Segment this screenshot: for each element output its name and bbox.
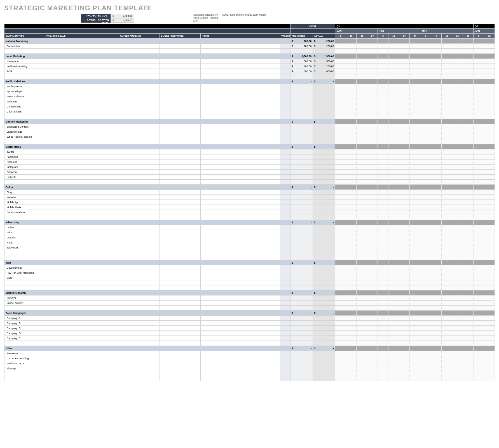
item-name[interactable]: Webinars [4, 99, 45, 104]
item-name[interactable]: POP [4, 69, 45, 74]
item-name[interactable]: Business Cards [4, 361, 45, 366]
item-name[interactable]: Website [4, 195, 45, 200]
marketing-table[interactable]: COSTQ1Q2JANFEBMARAPRCAMPAIGN TYPEPROJECT… [4, 24, 495, 381]
section-header[interactable]: Local Marketing [4, 54, 280, 59]
item-name[interactable]: Campaign B [4, 321, 45, 326]
item-name[interactable] [4, 306, 45, 311]
item-name[interactable]: Pinterest [4, 160, 45, 165]
section-header[interactable]: Public Relations [4, 79, 280, 84]
item-name[interactable] [4, 139, 45, 144]
section-header[interactable]: Sales Campaigns [4, 311, 280, 316]
item-name[interactable]: Client Events [4, 109, 45, 114]
item-name[interactable] [4, 74, 45, 79]
item-name[interactable]: Newspaper [4, 59, 45, 64]
item-name[interactable]: Campaign C [4, 326, 45, 331]
section-header[interactable]: Market Research [4, 290, 280, 295]
item-name[interactable]: Surveys [4, 295, 45, 301]
item-name[interactable]: Landing Page [4, 129, 45, 134]
item-name[interactable]: LinkedIn [4, 175, 45, 180]
item-name[interactable] [4, 250, 45, 255]
item-name[interactable]: Email Newsletter [4, 210, 45, 215]
actual-cost-value[interactable]: $1,500.00 [111, 18, 134, 23]
item-name[interactable] [4, 376, 45, 381]
item-name[interactable] [4, 341, 45, 346]
item-name[interactable]: SEO [4, 275, 45, 280]
projected-cost-value[interactable]: $1,700.00 [111, 14, 134, 18]
page-title: STRATEGIC MARKETING PLAN TEMPLATE [4, 4, 495, 12]
actual-cost-label: ACTUAL COST TO DATE [81, 18, 111, 23]
item-name[interactable]: Campaign D [4, 331, 45, 336]
item-name[interactable] [4, 280, 45, 285]
item-name[interactable]: Campaign E [4, 336, 45, 341]
item-name[interactable] [4, 371, 45, 376]
item-name[interactable]: Print [4, 230, 45, 235]
section-header[interactable]: National Marketing [4, 39, 280, 44]
item-name[interactable] [4, 285, 45, 290]
item-name[interactable]: Mobile Alerts [4, 205, 45, 210]
section-header[interactable]: Social Media [4, 144, 280, 149]
item-name[interactable] [4, 215, 45, 220]
item-name[interactable]: Sponsorships [4, 89, 45, 94]
subtotal-note: Subtotals calculate on each Section Head… [193, 13, 221, 23]
item-name[interactable]: Instagram [4, 165, 45, 170]
section-header[interactable]: Other [4, 346, 280, 351]
item-name[interactable]: Press Releases [4, 94, 45, 99]
item-name[interactable] [4, 49, 45, 54]
item-name[interactable]: Twitter [4, 149, 45, 154]
item-name[interactable]: Signage [4, 366, 45, 371]
item-name[interactable]: Outdoor [4, 235, 45, 240]
item-name[interactable]: Banner Ads [4, 44, 45, 49]
item-name[interactable]: Premiums [4, 351, 45, 356]
item-name[interactable] [4, 180, 45, 185]
item-name[interactable]: Campaign A [4, 316, 45, 321]
item-name[interactable] [4, 255, 45, 260]
item-name[interactable]: White Papers / eBooks [4, 134, 45, 139]
section-header[interactable]: Online [4, 185, 280, 190]
section-header[interactable]: Content Marketing [4, 119, 280, 124]
item-name[interactable]: Snapchat [4, 170, 45, 175]
item-name[interactable]: Impact Studies [4, 301, 45, 306]
item-name[interactable]: Development [4, 265, 45, 270]
item-name[interactable]: Sponsored Content [4, 124, 45, 129]
item-name[interactable]: Radio [4, 240, 45, 245]
item-name[interactable]: Blog [4, 190, 45, 195]
section-header[interactable]: Web [4, 260, 280, 265]
item-name[interactable]: Television [4, 245, 45, 250]
section-header[interactable]: Advertising [4, 220, 280, 225]
item-name[interactable]: Conferences [4, 104, 45, 109]
item-name[interactable]: Corporate Branding [4, 356, 45, 361]
item-name[interactable]: Online [4, 225, 45, 230]
cost-summary: PROJECTED COST TO DATE $1,700.00 ACTUAL … [81, 14, 134, 23]
item-name[interactable]: Mobile App [4, 200, 45, 205]
item-name[interactable] [4, 114, 45, 119]
item-name[interactable]: In-Store Marketing [4, 64, 45, 69]
projected-cost-label: PROJECTED COST TO DATE [81, 14, 111, 18]
monday-note: * Enter date of first Monday each month [222, 13, 266, 16]
item-name[interactable]: Public Events [4, 84, 45, 89]
item-name[interactable]: Facebook [4, 154, 45, 160]
item-name[interactable]: Pay-Per-Click Marketing [4, 270, 45, 275]
